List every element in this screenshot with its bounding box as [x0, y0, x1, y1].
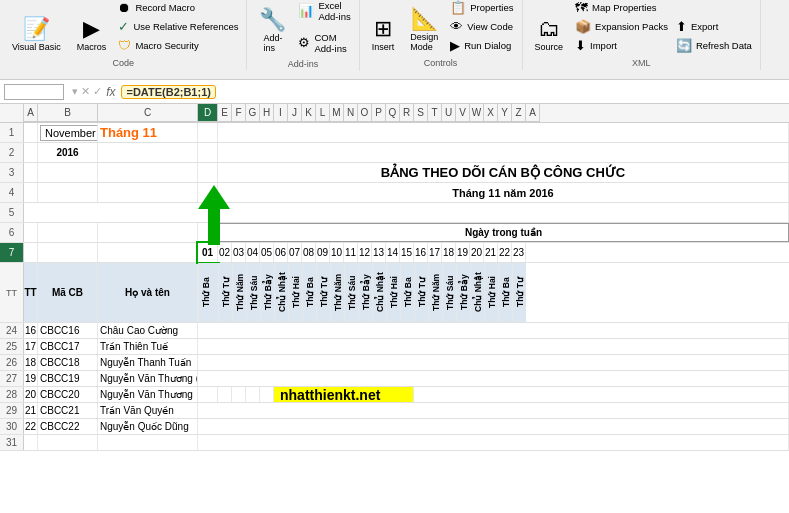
cell-stt-24[interactable]: 16	[24, 323, 38, 338]
cell-E7[interactable]: 02	[218, 243, 232, 262]
cell-D1[interactable]	[198, 123, 218, 142]
cell-L7[interactable]: 09	[316, 243, 330, 262]
cell-T7[interactable]: 17	[428, 243, 442, 262]
cell-macb-28[interactable]: CBCC20	[38, 387, 98, 402]
col-header-V: V	[456, 104, 470, 122]
cell-hoten-26[interactable]: Nguyễn Thanh Tuấn	[98, 355, 198, 370]
cell-G7[interactable]: 04	[246, 243, 260, 262]
cell-X7[interactable]: 21	[484, 243, 498, 262]
cell-D2[interactable]	[198, 143, 218, 162]
cell-reference-box[interactable]: D7	[4, 84, 64, 100]
cell-B7[interactable]	[38, 243, 98, 262]
cell-C2[interactable]	[98, 143, 198, 162]
cell-Z7[interactable]: 23	[512, 243, 526, 262]
refresh-data-button[interactable]: 🔄 Refresh Data	[674, 37, 754, 54]
relative-refs-button[interactable]: ✓ Use Relative References	[116, 18, 240, 35]
cell-hoten-30[interactable]: Nguyễn Quốc Dũng	[98, 419, 198, 434]
cell-U7[interactable]: 18	[442, 243, 456, 262]
cell-D6[interactable]	[198, 223, 218, 242]
design-mode-button[interactable]: 📐 DesignMode	[404, 4, 444, 54]
cell-macb-30[interactable]: CBCC22	[38, 419, 98, 434]
cell-A1[interactable]	[24, 123, 38, 142]
cell-D3[interactable]	[198, 163, 218, 182]
source-button[interactable]: 🗂 Source	[529, 14, 570, 54]
run-dialog-button[interactable]: ▶ Run Dialog	[448, 37, 515, 54]
properties-button[interactable]: 📋 Properties	[448, 0, 515, 16]
macro-security-button[interactable]: 🛡 Macro Security	[116, 37, 240, 54]
export-button[interactable]: ⬆ Export	[674, 18, 754, 35]
cell-B6[interactable]	[38, 223, 98, 242]
cell-I7[interactable]: 06	[274, 243, 288, 262]
record-macro-button[interactable]: ⏺ Record Macro	[116, 0, 240, 16]
cell-S7[interactable]: 16	[414, 243, 428, 262]
insert-button[interactable]: ⊞ Insert	[366, 14, 401, 54]
export-icon: ⬆	[676, 19, 687, 34]
cell-hoten-24[interactable]: Châu Cao Cường	[98, 323, 198, 338]
cell-C1[interactable]: Tháng 11	[98, 123, 198, 142]
cell-stt-25[interactable]: 17	[24, 339, 38, 354]
cell-A7[interactable]	[24, 243, 38, 262]
cell-B1[interactable]: November ▼	[38, 123, 98, 142]
cell-C4[interactable]	[98, 183, 198, 202]
cell-K7[interactable]: 08	[302, 243, 316, 262]
day-name-10: Thứ Năm	[330, 263, 344, 322]
cell-B4[interactable]	[38, 183, 98, 202]
cell-C6[interactable]	[98, 223, 198, 242]
cell-P7[interactable]: 13	[372, 243, 386, 262]
cell-Q7[interactable]: 14	[386, 243, 400, 262]
cell-C7[interactable]	[98, 243, 198, 262]
cell-R7[interactable]: 15	[400, 243, 414, 262]
month-dropdown[interactable]: November ▼	[40, 125, 98, 141]
com-add-ins-button[interactable]: ⚙ COMAdd-ins	[296, 31, 352, 55]
expansion-packs-button[interactable]: 📦 Expansion Packs	[573, 18, 670, 35]
cell-hoten-27[interactable]: Nguyễn Văn Thương (KT)	[98, 371, 198, 386]
cell-macb-31[interactable]	[38, 435, 98, 450]
cell-N7[interactable]: 11	[344, 243, 358, 262]
cell-stt-29[interactable]: 21	[24, 403, 38, 418]
macros-button[interactable]: ▶ Macros	[71, 14, 113, 54]
cell-macb-27[interactable]: CBCC19	[38, 371, 98, 386]
view-code-button[interactable]: 👁 View Code	[448, 18, 515, 35]
cell-B2[interactable]: 2016	[38, 143, 98, 162]
cell-stt-30[interactable]: 22	[24, 419, 38, 434]
cell-Y7[interactable]: 22	[498, 243, 512, 262]
cell-A6[interactable]	[24, 223, 38, 242]
cell-W7[interactable]: 20	[470, 243, 484, 262]
cell-D7[interactable]: 01	[198, 243, 218, 262]
cell-stt-26[interactable]: 18	[24, 355, 38, 370]
cell-D4[interactable]	[198, 183, 218, 202]
cell-hoten-31[interactable]	[98, 435, 198, 450]
cell-A2[interactable]	[24, 143, 38, 162]
cell-A4[interactable]	[24, 183, 38, 202]
cell-days-26	[198, 355, 789, 370]
cell-M7[interactable]: 10	[330, 243, 344, 262]
cell-hoten-28[interactable]: Nguyễn Văn Thương	[98, 387, 198, 402]
visual-basic-button[interactable]: 📝 Visual Basic	[6, 14, 67, 54]
row-num-30: 30	[0, 419, 24, 434]
cell-stt-27[interactable]: 19	[24, 371, 38, 386]
row-num-2: 2	[0, 143, 24, 162]
cell-macb-25[interactable]: CBCC17	[38, 339, 98, 354]
import-button[interactable]: ⬇ Import	[573, 37, 670, 54]
cell-B3[interactable]	[38, 163, 98, 182]
cell-macb-24[interactable]: CBCC16	[38, 323, 98, 338]
cell-O7[interactable]: 12	[358, 243, 372, 262]
cell-macb-29[interactable]: CBCC21	[38, 403, 98, 418]
cell-V7[interactable]: 19	[456, 243, 470, 262]
cell-C3[interactable]	[98, 163, 198, 182]
cell-stt-28[interactable]: 20	[24, 387, 38, 402]
add-ins-button[interactable]: 🔧 Add-ins	[253, 5, 292, 55]
row-num-4: 4	[0, 183, 24, 202]
map-properties-button[interactable]: 🗺 Map Properties	[573, 0, 670, 16]
excel-add-ins-button[interactable]: 📊 ExcelAdd-ins	[296, 0, 352, 23]
column-headers: A B C D E F G H I J K L M N O P Q R S T …	[0, 104, 789, 123]
cell-hoten-29[interactable]: Trần Văn Quyền	[98, 403, 198, 418]
cell-A3[interactable]	[24, 163, 38, 182]
cell-hoten-25[interactable]: Trần Thiên Tuế	[98, 339, 198, 354]
cell-J7[interactable]: 07	[288, 243, 302, 262]
cell-F7[interactable]: 03	[232, 243, 246, 262]
cell-stt-31[interactable]	[24, 435, 38, 450]
cell-macb-26[interactable]: CBCC18	[38, 355, 98, 370]
cell-H7[interactable]: 05	[260, 243, 274, 262]
macros-icon: ▶	[83, 16, 100, 42]
